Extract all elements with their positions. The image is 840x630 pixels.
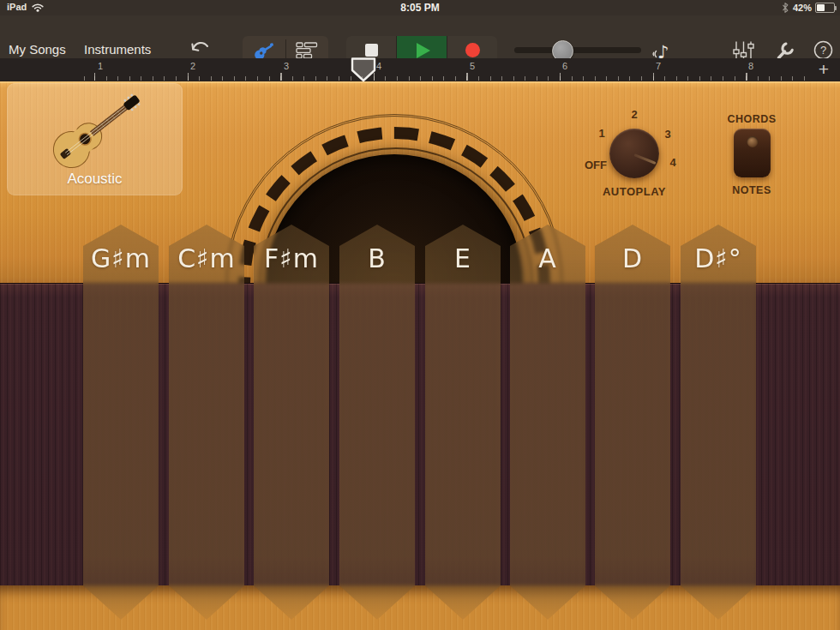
chord-label: A xyxy=(510,243,585,273)
battery-icon xyxy=(815,3,835,13)
chord-label: B xyxy=(339,243,415,273)
autoplay-caption: AUTOPLAY xyxy=(603,185,666,198)
add-bars-button[interactable]: + xyxy=(813,59,835,80)
chord-strip-dsharp-dim[interactable]: D♯° xyxy=(681,225,756,620)
guitar-body: Acoustic OFF 1 2 3 4 AUTOPLAY CHORDS NOT… xyxy=(0,81,840,630)
chords-label: CHORDS xyxy=(727,113,776,125)
svg-text:?: ? xyxy=(820,44,826,57)
play-icon xyxy=(417,43,430,58)
acoustic-guitar-image xyxy=(29,81,162,180)
bar-number: 5 xyxy=(470,61,475,71)
battery-percent: 42% xyxy=(793,3,812,13)
toolbar: My Songs Instruments xyxy=(0,15,840,58)
chord-label: C♯m xyxy=(169,243,244,273)
chords-notes-switch[interactable] xyxy=(734,129,771,177)
bar-number: 6 xyxy=(562,61,567,71)
bar-number: 7 xyxy=(656,61,661,71)
autoplay-position-off: OFF xyxy=(585,159,607,171)
record-icon xyxy=(465,43,480,57)
switch-indicator-dot xyxy=(747,136,758,147)
chord-strip-d[interactable]: D xyxy=(595,225,670,620)
notes-label: NOTES xyxy=(732,184,771,196)
bar-number: 3 xyxy=(284,61,289,71)
guitar-view-icon xyxy=(252,41,276,60)
chord-strip-gsharp-minor[interactable]: G♯m xyxy=(83,225,159,620)
clock: 8:05 PM xyxy=(0,2,840,14)
autoplay-knob-pointer xyxy=(633,153,656,165)
bar-number: 8 xyxy=(748,61,753,71)
help-icon[interactable]: ? xyxy=(813,40,833,60)
ruler-bar-ticks xyxy=(82,73,814,81)
autoplay-position-1: 1 xyxy=(598,127,604,140)
timeline-ruler[interactable]: 1 2 3 4 5 6 7 8 + xyxy=(0,58,840,81)
chord-label: D♯° xyxy=(681,243,756,273)
status-right: 42% xyxy=(781,2,835,14)
autoplay-position-4: 4 xyxy=(669,156,675,169)
chord-strip-fsharp-minor[interactable]: F♯m xyxy=(254,225,329,620)
instrument-name: Acoustic xyxy=(7,171,183,188)
chord-label: G♯m xyxy=(83,243,159,273)
chord-strip-e[interactable]: E xyxy=(425,225,501,620)
status-bar: iPad 8:05 PM 42% xyxy=(0,0,840,15)
chord-strip-csharp-minor[interactable]: C♯m xyxy=(169,225,244,620)
chord-strip-a[interactable]: A xyxy=(510,225,585,620)
stop-icon xyxy=(365,44,378,57)
autoplay-position-3: 3 xyxy=(664,128,670,141)
chord-label: D xyxy=(595,243,670,273)
bar-number: 1 xyxy=(98,61,103,71)
my-songs-button[interactable]: My Songs xyxy=(9,42,66,57)
instrument-card[interactable]: Acoustic xyxy=(7,83,183,195)
instruments-button[interactable]: Instruments xyxy=(84,42,151,57)
playhead[interactable] xyxy=(350,57,377,82)
chord-label: F♯m xyxy=(254,243,329,273)
volume-slider[interactable] xyxy=(514,47,641,53)
chord-label: E xyxy=(425,243,501,273)
garageband-screen: iPad 8:05 PM 42% My S xyxy=(0,0,840,630)
autoplay-position-2: 2 xyxy=(631,108,637,121)
tracks-view-icon xyxy=(296,42,318,59)
autoplay-knob[interactable] xyxy=(609,129,659,178)
bluetooth-icon xyxy=(781,2,789,14)
bar-number: 2 xyxy=(190,61,195,71)
chord-strip-b[interactable]: B xyxy=(339,225,415,620)
